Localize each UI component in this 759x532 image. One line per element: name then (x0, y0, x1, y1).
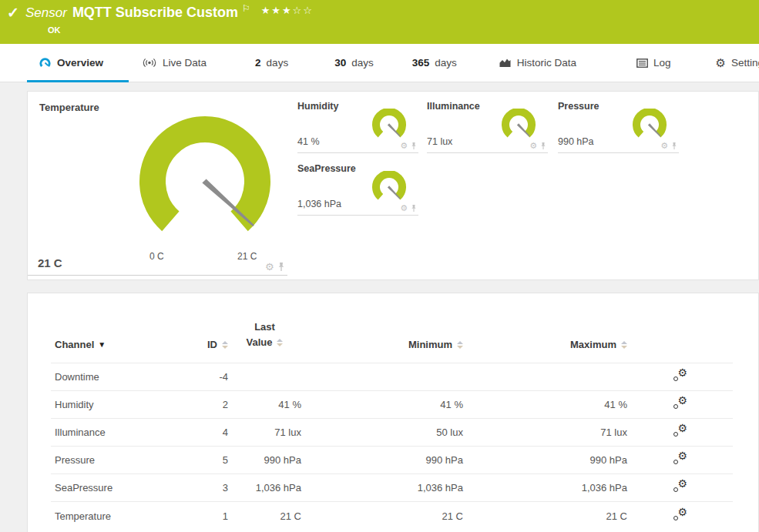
broadcast-icon (142, 58, 157, 68)
gauge-settings-icon[interactable]: ⚙ (400, 204, 408, 212)
temperature-gauge (126, 111, 284, 253)
channel-id: 5 (190, 447, 228, 474)
mini-gauge-panel-illuminance: Illuminance 71 lux ⚙ (427, 98, 548, 153)
gauge-settings-icon[interactable]: ⚙ (660, 142, 668, 150)
pin-icon[interactable] (671, 142, 677, 150)
channel-maximum (463, 363, 627, 391)
channel-name[interactable]: Temperature (51, 502, 190, 530)
sensor-title: MQTT Subscribe Custom (72, 5, 238, 20)
channel-name[interactable]: Illuminance (51, 419, 190, 447)
tab-log[interactable]: Log (636, 57, 671, 69)
flag-icon[interactable]: ⚐ (242, 3, 250, 14)
panel-divider (28, 275, 287, 276)
tab-live-data[interactable]: Live Data (142, 57, 207, 69)
column-header-id[interactable]: ID (190, 293, 228, 363)
table-row-temperature: Temperature 1 21 C 21 C 21 C ⚙ (51, 502, 733, 530)
object-kind-label: Sensor (25, 5, 67, 20)
column-header-actions (627, 293, 733, 363)
tab-historic-data[interactable]: Historic Data (499, 57, 576, 69)
channels-table: Channel▼ ID Last Value Minimum Maximum (51, 293, 733, 530)
tab-label: Live Data (163, 57, 207, 69)
channel-maximum: 71 lux (463, 419, 627, 447)
channel-id: 1 (190, 502, 228, 530)
pressure-gauge (631, 109, 670, 144)
channel-settings-icon[interactable]: ⚙ (673, 397, 687, 410)
gauge-current-value: 990 hPa (558, 136, 594, 147)
gauge-scale-max: 21 C (237, 251, 257, 262)
tab-label: Overview (57, 57, 103, 69)
gauge-settings-icon[interactable]: ⚙ (529, 142, 537, 150)
column-label: Minimum (408, 339, 452, 350)
channel-name[interactable]: Humidity (51, 391, 190, 419)
gauge-panel-actions: ⚙ (400, 142, 417, 150)
channel-id: 3 (190, 474, 228, 502)
channel-name[interactable]: SeaPressure (51, 474, 190, 502)
channel-maximum: 990 hPa (463, 447, 627, 474)
gauge-settings-icon[interactable]: ⚙ (400, 142, 408, 150)
priority-stars[interactable]: ★★★☆☆ (261, 5, 314, 16)
tab-number: 2 (255, 57, 261, 69)
chevron-down-icon: ▼ (98, 340, 106, 349)
tab-settings[interactable]: ⚙ Settings (716, 57, 759, 69)
gauge-title: Temperature (39, 102, 99, 113)
channel-settings-icon[interactable]: ⚙ (673, 509, 687, 521)
tab-overview[interactable]: Overview (39, 57, 103, 69)
gauge-current-value: 41 % (297, 136, 320, 147)
channel-last-value: 71 lux (228, 419, 301, 447)
gauge-title: Illuminance (427, 101, 480, 112)
sort-icon[interactable] (621, 341, 627, 349)
channel-minimum: 1,036 hPa (301, 474, 463, 502)
tab-label: Log (653, 57, 671, 69)
table-row-illuminance: Illuminance 4 71 lux 50 lux 71 lux ⚙ (51, 419, 733, 447)
channel-minimum: 50 lux (301, 419, 463, 447)
column-header-minimum[interactable]: Minimum (301, 293, 463, 363)
table-row-humidity: Humidity 2 41 % 41 % 41 % ⚙ (51, 391, 733, 419)
pin-icon[interactable] (540, 142, 546, 150)
channel-settings-icon[interactable]: ⚙ (673, 370, 687, 382)
tab-label: days (435, 57, 457, 69)
gauge-settings-icon[interactable]: ⚙ (265, 262, 274, 272)
tab-label: Settings (731, 57, 759, 69)
channel-last-value (228, 363, 301, 391)
sort-icon[interactable] (277, 339, 283, 346)
mini-gauge-panel-humidity: Humidity 41 % ⚙ (297, 98, 418, 153)
column-header-last-value[interactable]: Last Value (228, 293, 301, 363)
channel-settings-icon[interactable]: ⚙ (673, 480, 687, 493)
illuminance-gauge (500, 109, 539, 144)
pin-icon[interactable] (277, 262, 285, 272)
tab-label: days (351, 57, 374, 69)
pin-icon[interactable] (411, 142, 417, 150)
table-header-row: Channel▼ ID Last Value Minimum Maximum (51, 293, 733, 363)
sort-icon[interactable] (457, 341, 463, 349)
sensor-header: ✓ SensorMQTT Subscribe Custom⚐★★★☆☆ OK (0, 0, 759, 44)
status-badge: OK (48, 25, 61, 35)
channel-minimum: 990 hPa (301, 447, 463, 474)
table-row-pressure: Pressure 5 990 hPa 990 hPa 990 hPa ⚙ (51, 447, 733, 474)
column-header-channel[interactable]: Channel▼ (51, 293, 190, 363)
tab-2-days[interactable]: 2 days (255, 57, 288, 69)
channel-name[interactable]: Pressure (51, 447, 190, 474)
tab-365-days[interactable]: 365 days (412, 57, 457, 69)
area-chart-icon (499, 58, 512, 68)
log-list-icon (636, 59, 648, 68)
column-label: Value (247, 336, 273, 348)
channel-settings-icon[interactable]: ⚙ (673, 425, 687, 437)
channels-card: Channel▼ ID Last Value Minimum Maximum (27, 293, 759, 532)
column-label: Last (254, 321, 275, 333)
column-header-maximum[interactable]: Maximum (463, 293, 627, 363)
channel-last-value: 1,036 hPa (228, 474, 301, 502)
channel-maximum: 21 C (463, 502, 627, 530)
channel-name[interactable]: Downtime (51, 363, 190, 391)
tab-number: 365 (412, 57, 430, 69)
mini-gauge-panel-pressure: Pressure 990 hPa ⚙ (558, 98, 679, 153)
pin-icon[interactable] (411, 204, 417, 212)
channel-maximum: 41 % (463, 391, 627, 419)
channel-settings-icon[interactable]: ⚙ (673, 453, 687, 465)
channel-minimum (301, 363, 463, 391)
tab-30-days[interactable]: 30 days (334, 57, 374, 69)
channel-last-value: 41 % (228, 391, 301, 419)
seapressure-gauge (371, 171, 409, 206)
sort-icon[interactable] (222, 341, 228, 349)
mini-gauge-panel-seapressure: SeaPressure 1,036 hPa ⚙ (297, 160, 418, 216)
table-row-seapressure: SeaPressure 3 1,036 hPa 1,036 hPa 1,036 … (51, 474, 733, 502)
